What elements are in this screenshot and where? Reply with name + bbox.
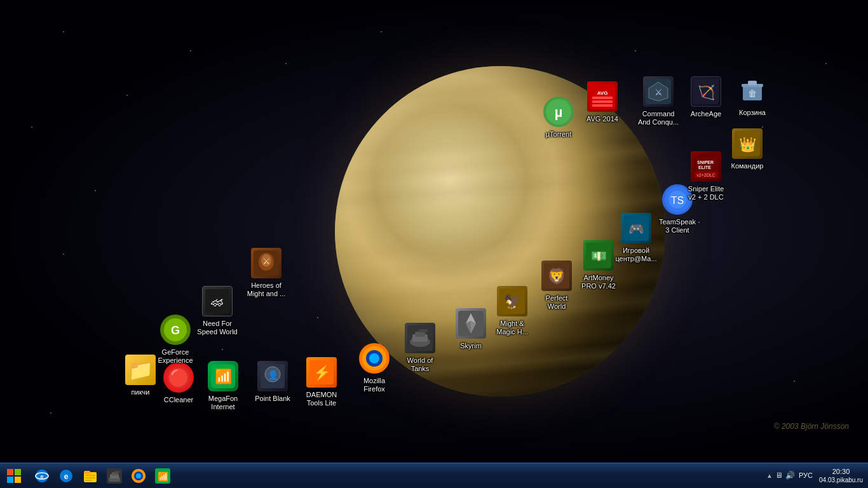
nfs-icon: 🏎 [202, 286, 233, 316]
igrovoy-icon: 🎮 [621, 213, 651, 243]
icon-archeage[interactable]: 🏹 ArcheAge [683, 76, 729, 119]
mm-icon: 🦅 [497, 286, 527, 316]
skyrim-icon [456, 308, 486, 339]
icon-utorrent[interactable]: µ µTorrent [536, 97, 581, 139]
svg-rect-21 [415, 332, 425, 337]
skyrim-svg [458, 311, 484, 336]
icon-igrovoy[interactable]: 🎮 Игровой центр@Ma... [613, 213, 659, 264]
svg-rect-63 [7, 477, 13, 483]
svg-text:⚡: ⚡ [313, 364, 331, 381]
icon-mm[interactable]: 🦅 Might & Magic H... [489, 286, 535, 337]
svg-text:TS: TS [671, 195, 684, 206]
sys-tray[interactable]: ▲ 🖥 🔊 [766, 471, 795, 480]
ie-icon: e [34, 468, 50, 484]
icon-pointblank[interactable]: 👤 Point Blank [250, 361, 295, 403]
svg-text:🦅: 🦅 [504, 293, 522, 310]
taskbar-megafon[interactable]: 📶 [151, 464, 174, 487]
firefox-label: Mozilla Firefox [351, 376, 397, 394]
svg-rect-62 [15, 469, 21, 475]
icon-daemon[interactable]: ⚡ DAEMON Tools Lite [299, 357, 344, 408]
icon-geforce[interactable]: G GeForce Experience [153, 315, 198, 365]
icon-megafon[interactable]: 📶 MegaFon Internet [200, 361, 246, 412]
icon-perfect[interactable]: 🦁 Perfect World [534, 261, 580, 311]
taskbar-ie[interactable]: e [31, 464, 53, 487]
svg-text:💵: 💵 [591, 248, 607, 264]
icon-wot[interactable]: World of Tanks [397, 323, 443, 374]
svg-text:⚔: ⚔ [654, 87, 663, 97]
taskbar: e e [0, 463, 868, 488]
mm-label: Might & Magic H... [489, 319, 535, 337]
svg-text:🎮: 🎮 [628, 221, 644, 236]
taskbar-explorer[interactable] [79, 464, 102, 487]
tray-volume[interactable]: 🔊 [785, 471, 795, 480]
avg-svg: AVG [590, 84, 615, 109]
cmd-label: Command And Conqu... [635, 109, 681, 127]
megafon-icon: 📶 [208, 361, 238, 391]
taskbar-lang[interactable]: РУС [799, 471, 813, 479]
svg-text:📶: 📶 [158, 471, 169, 482]
svg-rect-35 [592, 97, 613, 99]
svg-rect-79 [114, 471, 119, 473]
pointblank-svg: 👤 [261, 364, 285, 388]
icon-firefox[interactable]: Mozilla Firefox [351, 343, 397, 394]
svg-text:e: e [64, 472, 69, 481]
heroes-icon: ⚔ [251, 248, 281, 278]
desktop: 📁 пикчи 🔴 CCleaner G GeForce Experience … [0, 0, 868, 463]
cmd-icon: ⚔ [643, 76, 674, 107]
icon-avg[interactable]: AVG AVG 2014 [580, 81, 625, 124]
svg-point-82 [136, 473, 141, 478]
firefox-icon [359, 343, 390, 374]
komandir-icon: 👑 [732, 128, 763, 159]
wot-taskbar-icon [107, 468, 122, 484]
svg-text:⚔: ⚔ [262, 256, 271, 266]
pik-label: пикчи [130, 388, 152, 397]
komandir-svg: 👑 [735, 131, 760, 156]
svg-text:e: e [40, 473, 43, 480]
svg-rect-72 [85, 475, 95, 476]
sniper-svg: SNIPER ELITE v2+2DLC [693, 154, 719, 179]
wot-svg [407, 325, 433, 351]
clock-time: 20:30 [832, 467, 850, 476]
igrovoy-svg: 🎮 [623, 215, 649, 241]
svg-point-11 [369, 353, 379, 363]
svg-text:🏹: 🏹 [698, 84, 715, 101]
firefox-taskbar-icon [131, 468, 146, 484]
firefox-svg [362, 346, 387, 371]
taskbar-clock[interactable]: 20:30 04.03.pikabu.ru [819, 467, 863, 484]
avg-label: AVG 2014 [585, 114, 620, 124]
svg-text:ELITE: ELITE [698, 165, 711, 170]
perfect-svg: 🦁 [544, 263, 569, 288]
icon-skyrim[interactable]: Skyrim [448, 308, 494, 351]
igrovoy-label: Игровой центр@Ma... [613, 246, 659, 264]
icon-sniper[interactable]: SNIPER ELITE v2+2DLC Sniper Elite v2 + 2… [683, 151, 729, 202]
icon-komandir[interactable]: 👑 Командир [724, 128, 770, 171]
taskbar-wot[interactable] [103, 464, 126, 487]
svg-rect-73 [85, 477, 95, 478]
heroes-svg: ⚔ [254, 250, 279, 276]
icon-recycle[interactable]: 🗑 Корзина [729, 75, 775, 118]
svg-text:SNIPER: SNIPER [697, 160, 714, 165]
edge-icon: e [58, 468, 74, 484]
svg-text:👑: 👑 [739, 136, 757, 153]
tray-arrow[interactable]: ▲ [766, 472, 773, 479]
taskbar-edge[interactable]: e [55, 464, 78, 487]
sniper-icon: SNIPER ELITE v2+2DLC [691, 151, 721, 182]
svg-text:AVG: AVG [597, 90, 608, 96]
megafon-svg: 📶 [211, 364, 235, 388]
heroes-label: Heroes of Might and ... [243, 281, 289, 299]
svg-rect-59 [748, 81, 757, 85]
icon-nfs[interactable]: 🏎 Need For Speed World [194, 286, 240, 337]
svg-rect-61 [7, 469, 13, 475]
icon-ccleaner[interactable]: 🔴 CCleaner [156, 362, 201, 405]
taskbar-firefox[interactable] [127, 464, 150, 487]
start-button[interactable] [3, 464, 25, 487]
icon-cmd[interactable]: ⚔ Command And Conqu... [635, 76, 681, 127]
utorrent-svg: µ [545, 98, 572, 125]
megafon-taskbar-icon: 📶 [155, 468, 170, 484]
ts3-label: TeamSpeak 3 Client [654, 217, 700, 235]
icon-heroes[interactable]: ⚔ Heroes of Might and ... [243, 248, 289, 299]
pointblank-icon: 👤 [257, 361, 288, 391]
komandir-label: Командир [729, 161, 766, 171]
wot-icon [405, 323, 435, 353]
svg-rect-71 [84, 471, 90, 474]
